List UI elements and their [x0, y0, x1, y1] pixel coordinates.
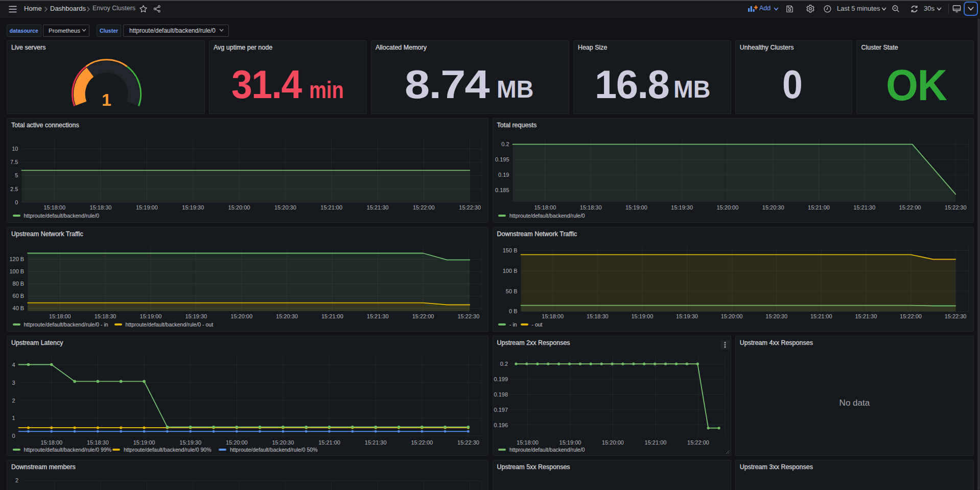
svg-text:15:20:30: 15:20:30: [274, 204, 296, 210]
svg-text:15:22:30: 15:22:30: [944, 204, 966, 210]
svg-text:15:22:00: 15:22:00: [687, 439, 709, 445]
svg-text:15:20:00: 15:20:00: [228, 204, 250, 210]
svg-text:15:18:00: 15:18:00: [40, 439, 62, 445]
svg-text:0.19: 0.19: [498, 172, 509, 178]
svg-text:15:19:00: 15:19:00: [559, 439, 581, 445]
svg-text:15:20:30: 15:20:30: [762, 204, 784, 210]
svg-text:15:19:30: 15:19:30: [671, 204, 693, 210]
svg-text:15:22:00: 15:22:00: [411, 439, 433, 445]
svg-text:15:22:00: 15:22:00: [900, 313, 922, 319]
svg-text:15:18:00: 15:18:00: [542, 313, 564, 319]
svg-text:15:20:30: 15:20:30: [765, 313, 787, 319]
svg-text:0.2: 0.2: [501, 141, 509, 147]
svg-text:0.196: 0.196: [494, 422, 508, 428]
svg-text:15:21:00: 15:21:00: [810, 313, 832, 319]
svg-text:15:19:00: 15:19:00: [136, 204, 158, 210]
svg-text:15:18:00: 15:18:00: [49, 313, 71, 319]
svg-text:0: 0: [12, 432, 15, 438]
svg-text:15:19:00: 15:19:00: [140, 313, 162, 319]
svg-text:7.5: 7.5: [10, 159, 18, 165]
svg-text:15:21:30: 15:21:30: [855, 313, 877, 319]
svg-text:15:22:30: 15:22:30: [457, 439, 479, 445]
svg-text:60 B: 60 B: [13, 293, 25, 299]
svg-text:15:19:00: 15:19:00: [631, 313, 653, 319]
svg-text:2: 2: [15, 477, 18, 483]
svg-text:4: 4: [12, 362, 15, 368]
svg-text:15:21:30: 15:21:30: [853, 204, 875, 210]
svg-text:15:19:00: 15:19:00: [625, 204, 647, 210]
svg-text:15:20:30: 15:20:30: [272, 439, 294, 445]
svg-text:15:20:00: 15:20:00: [226, 439, 248, 445]
svg-text:2: 2: [12, 397, 15, 403]
svg-text:0.197: 0.197: [494, 406, 508, 412]
svg-text:3: 3: [12, 379, 15, 385]
svg-text:15:22:30: 15:22:30: [944, 313, 966, 319]
svg-text:40 B: 40 B: [13, 305, 25, 311]
svg-text:15:22:00: 15:22:00: [899, 204, 921, 210]
svg-text:15:21:30: 15:21:30: [367, 204, 389, 210]
svg-text:15:18:00: 15:18:00: [43, 204, 65, 210]
svg-text:15:18:30: 15:18:30: [90, 204, 112, 210]
svg-text:15:18:00: 15:18:00: [534, 204, 556, 210]
svg-text:15:21:00: 15:21:00: [318, 439, 340, 445]
svg-text:15:19:30: 15:19:30: [185, 313, 207, 319]
svg-text:15:18:30: 15:18:30: [95, 313, 116, 319]
svg-text:2.5: 2.5: [10, 185, 18, 192]
svg-text:15:18:30: 15:18:30: [586, 313, 608, 319]
svg-text:0: 0: [15, 199, 18, 205]
svg-text:15:20:00: 15:20:00: [602, 439, 624, 445]
svg-text:15:20:00: 15:20:00: [230, 313, 252, 319]
svg-text:15:22:30: 15:22:30: [457, 313, 479, 319]
svg-text:100 B: 100 B: [502, 268, 517, 274]
svg-text:10: 10: [12, 146, 18, 152]
svg-text:15:19:30: 15:19:30: [179, 439, 201, 445]
svg-text:0.2: 0.2: [500, 361, 507, 367]
svg-text:15:20:00: 15:20:00: [716, 204, 738, 210]
svg-text:100 B: 100 B: [9, 268, 24, 274]
svg-text:15:21:00: 15:21:00: [808, 204, 830, 210]
svg-text:1: 1: [12, 415, 15, 421]
svg-text:150 B: 150 B: [502, 247, 517, 253]
svg-text:15:20:00: 15:20:00: [720, 313, 742, 319]
svg-text:15:22:00: 15:22:00: [413, 204, 435, 210]
svg-text:15:19:00: 15:19:00: [133, 439, 155, 445]
svg-text:15:19:30: 15:19:30: [182, 204, 204, 210]
svg-text:15:21:30: 15:21:30: [367, 313, 389, 319]
svg-text:15:18:00: 15:18:00: [517, 439, 539, 445]
svg-text:15:22:30: 15:22:30: [459, 204, 481, 210]
svg-text:15:18:30: 15:18:30: [579, 204, 601, 210]
svg-text:15:20:30: 15:20:30: [276, 313, 298, 319]
svg-text:0.185: 0.185: [495, 187, 509, 193]
svg-text:50 B: 50 B: [505, 288, 517, 294]
svg-text:5: 5: [15, 172, 18, 178]
svg-text:15:21:00: 15:21:00: [321, 313, 343, 319]
svg-text:120 B: 120 B: [9, 256, 24, 262]
svg-text:15:19:30: 15:19:30: [676, 313, 698, 319]
svg-text:15:21:00: 15:21:00: [320, 204, 342, 210]
svg-text:0 B: 0 B: [508, 308, 517, 314]
svg-text:0.198: 0.198: [494, 391, 508, 397]
svg-text:0.199: 0.199: [494, 376, 508, 382]
svg-text:15:21:30: 15:21:30: [365, 439, 387, 445]
svg-text:80 B: 80 B: [13, 281, 25, 287]
svg-text:15:21:00: 15:21:00: [644, 439, 666, 445]
svg-text:0.195: 0.195: [495, 156, 509, 162]
svg-text:15:18:30: 15:18:30: [87, 439, 109, 445]
svg-text:15:22:00: 15:22:00: [412, 313, 434, 319]
